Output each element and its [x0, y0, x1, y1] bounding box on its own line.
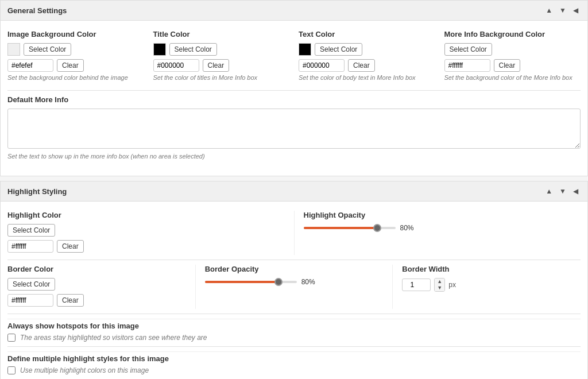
border-color-hex-input[interactable]: [7, 294, 53, 307]
border-opacity-thumb[interactable]: [274, 278, 283, 286]
border-color-col: Border Color Select Color Clear: [7, 265, 196, 309]
highlight-opacity-fill: [304, 227, 377, 229]
text-color-field: Text Color Select Color Clear Set the co…: [299, 30, 435, 81]
text-color-select-btn[interactable]: Select Color: [315, 43, 362, 56]
highlight-opacity-thumb[interactable]: [373, 224, 381, 232]
border-color-label: Border Color: [7, 265, 186, 273]
more-info-bg-input-row: Clear: [444, 59, 581, 72]
stepper-down-btn[interactable]: ▼: [435, 285, 444, 291]
border-color-clear-btn[interactable]: Clear: [57, 294, 84, 307]
define-multiple-styles-hint-row: Use multiple highlight colors on this im…: [7, 366, 581, 374]
text-color-input-row: Clear: [299, 59, 435, 72]
image-bg-hex-input[interactable]: [7, 59, 53, 72]
always-show-hotspots-section: Always show hotspots for this image The …: [7, 319, 581, 342]
always-show-hotspots-checkbox[interactable]: [7, 334, 16, 342]
general-settings-body: Image Background Color Select Color Clea…: [1, 21, 587, 176]
border-bottom-row: Border Color Select Color Clear Border O…: [7, 265, 581, 309]
title-color-label: Title Color: [153, 30, 290, 38]
image-bg-hint: Set the background color behind the imag…: [7, 74, 144, 81]
collapse-down-btn[interactable]: ▼: [557, 5, 568, 16]
define-multiple-styles-checkbox[interactable]: [7, 366, 16, 374]
define-multiple-styles-section: Define multiple highlight styles for thi…: [7, 351, 581, 374]
title-color-hint: Set the color of titles in More Info box: [153, 74, 290, 81]
highlight-top-row: Highlight Color Select Color Clear Highl…: [7, 211, 581, 255]
title-color-hex-input[interactable]: [153, 59, 199, 72]
color-row: Image Background Color Select Color Clea…: [7, 30, 581, 81]
collapse-up-btn[interactable]: ▲: [543, 5, 555, 16]
border-opacity-track[interactable]: [205, 281, 297, 283]
image-bg-btn-row: Select Color: [7, 43, 144, 56]
checkbox-divider-1: [7, 314, 581, 314]
border-width-col: Border Width ▲ ▼ px: [393, 265, 581, 309]
border-width-input[interactable]: [402, 279, 431, 291]
highlight-color-clear-btn[interactable]: Clear: [57, 240, 84, 253]
hs-collapse-down-btn[interactable]: ▼: [557, 186, 568, 196]
border-width-unit: px: [448, 281, 456, 289]
more-info-bg-hint: Set the background color of the More Inf…: [444, 74, 581, 81]
checkbox-divider-2: [7, 346, 581, 347]
always-show-hotspots-hint: The areas stay highlighted so visitors c…: [20, 334, 207, 342]
image-background-color-field: Image Background Color Select Color Clea…: [7, 30, 144, 81]
border-opacity-fill: [205, 281, 278, 283]
collapse-left-btn[interactable]: ◀: [571, 5, 581, 16]
border-color-input-row: Clear: [7, 294, 186, 307]
highlight-styling-title: Highlight Styling: [7, 187, 67, 196]
highlight-color-col: Highlight Color Select Color Clear: [7, 211, 295, 255]
highlight-styling-controls: ▲ ▼ ◀: [543, 186, 581, 196]
highlight-color-btn-row: Select Color: [7, 224, 285, 237]
image-bg-select-color-btn[interactable]: Select Color: [24, 43, 71, 56]
highlight-color-select-btn[interactable]: Select Color: [7, 224, 55, 237]
define-multiple-styles-label: Define multiple highlight styles for thi…: [7, 354, 581, 363]
border-width-input-row: ▲ ▼ px: [402, 278, 581, 292]
general-settings-controls: ▲ ▼ ◀: [543, 5, 581, 16]
always-show-hotspots-label: Always show hotspots for this image: [7, 322, 581, 330]
text-color-label: Text Color: [299, 30, 435, 38]
more-info-bg-color-label: More Info Background Color: [444, 30, 581, 38]
highlight-opacity-col: Highlight Opacity 80%: [295, 211, 581, 255]
define-multiple-styles-hint: Use multiple highlight colors on this im…: [20, 366, 149, 374]
section-divider: [7, 90, 581, 91]
highlight-opacity-track[interactable]: [304, 227, 396, 229]
image-bg-input-row: Clear: [7, 59, 144, 72]
highlight-opacity-value: 80%: [400, 224, 414, 232]
default-more-info-label: Default More Info: [7, 95, 581, 104]
image-background-color-label: Image Background Color: [7, 30, 144, 38]
text-color-clear-btn[interactable]: Clear: [348, 59, 375, 72]
title-color-field: Title Color Select Color Clear Set the c…: [153, 30, 290, 81]
text-color-swatch: [299, 43, 311, 56]
highlight-color-label: Highlight Color: [7, 211, 285, 219]
highlight-styling-header: Highlight Styling ▲ ▼ ◀: [1, 181, 587, 202]
always-show-hotspots-hint-row: The areas stay highlighted so visitors c…: [7, 334, 581, 342]
more-info-bg-clear-btn[interactable]: Clear: [494, 59, 521, 72]
highlight-divider: [7, 260, 581, 260]
highlight-styling-body: Highlight Color Select Color Clear Highl…: [1, 202, 587, 379]
image-bg-swatch: [7, 43, 20, 56]
text-color-btn-row: Select Color: [299, 43, 435, 56]
border-color-select-btn[interactable]: Select Color: [7, 278, 55, 291]
text-color-hint: Set the color of body text in More Info …: [299, 74, 435, 81]
title-color-clear-btn[interactable]: Clear: [203, 59, 230, 72]
more-info-bg-color-field: More Info Background Color Select Color …: [444, 30, 581, 81]
highlight-color-input-row: Clear: [7, 240, 285, 253]
more-info-bg-hex-input[interactable]: [444, 59, 490, 72]
border-opacity-value: 80%: [301, 278, 315, 286]
title-color-select-btn[interactable]: Select Color: [169, 43, 217, 56]
border-width-label: Border Width: [402, 265, 581, 273]
general-settings-title: General Settings: [7, 6, 67, 15]
highlight-opacity-slider-container: 80%: [304, 224, 581, 232]
highlight-styling-section: Highlight Styling ▲ ▼ ◀ Highlight Color …: [0, 181, 588, 379]
image-bg-clear-btn[interactable]: Clear: [57, 59, 84, 72]
border-color-btn-row: Select Color: [7, 278, 186, 291]
general-settings-section: General Settings ▲ ▼ ◀ Image Background …: [0, 0, 588, 176]
highlight-opacity-label: Highlight Opacity: [304, 211, 581, 219]
more-info-bg-select-btn[interactable]: Select Color: [444, 43, 492, 56]
hs-collapse-left-btn[interactable]: ◀: [571, 186, 581, 196]
text-color-hex-input[interactable]: [299, 59, 345, 72]
border-opacity-slider-container: 80%: [205, 278, 384, 286]
highlight-color-hex-input[interactable]: [7, 240, 53, 253]
hs-collapse-up-btn[interactable]: ▲: [543, 186, 555, 196]
more-info-textarea[interactable]: [7, 109, 581, 149]
general-settings-header: General Settings ▲ ▼ ◀: [1, 1, 587, 21]
title-color-swatch: [153, 43, 166, 56]
stepper-up-btn[interactable]: ▲: [435, 279, 444, 285]
